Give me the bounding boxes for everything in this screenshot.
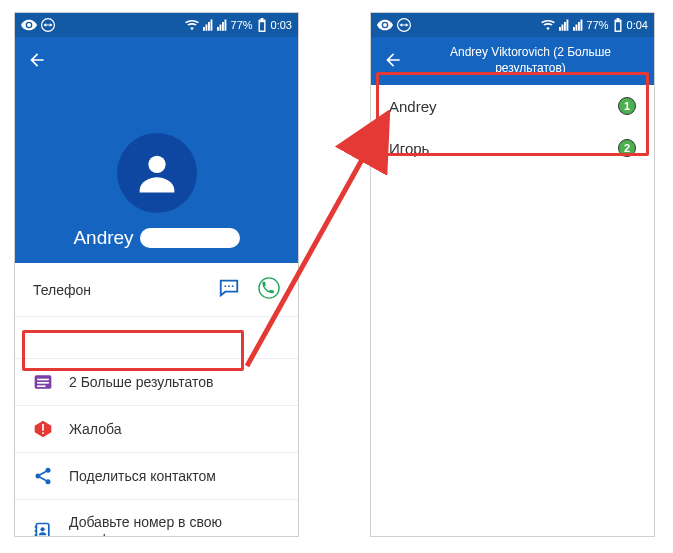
svg-rect-20 [35,535,38,537]
share-label: Поделиться контактом [69,468,280,484]
svg-point-13 [46,468,51,473]
person-icon [131,147,183,199]
signal-icon [573,19,583,31]
message-button[interactable] [218,277,240,302]
result-name: Игорь [389,140,429,157]
arrow-left-icon [383,50,403,70]
status-bar: 77% 0:03 [15,13,298,37]
eye-icon [21,19,37,31]
svg-rect-7 [37,379,49,381]
wifi-icon [541,19,555,31]
teamviewer-icon [41,18,55,32]
status-bar: 77% 0:04 [371,13,654,37]
svg-rect-19 [35,530,38,532]
contact-header: Andrey [15,85,298,263]
share-icon [33,466,53,486]
phone-label: Телефон [33,282,218,298]
eye-icon [377,19,393,31]
more-results-label: 2 Больше результатов [69,374,280,390]
svg-rect-12 [42,432,44,434]
spacer [15,317,298,359]
back-button[interactable] [27,50,47,73]
svg-point-2 [224,285,226,287]
svg-point-4 [232,285,234,287]
annotation-badge: 2 [618,139,636,157]
svg-rect-18 [35,526,38,528]
wifi-icon [185,19,199,31]
battery-percent: 77% [587,19,609,31]
phone-screenshot-right: 77% 0:04 Andrey Viktorovich (2 Больше ре… [370,12,655,537]
chat-icon [218,277,240,299]
svg-rect-11 [42,424,44,431]
annotation-badge: 1 [618,97,636,115]
battery-icon [257,18,267,32]
clock-time: 0:03 [271,19,292,31]
more-results-row[interactable]: 2 Больше результатов [15,359,298,406]
app-bar [15,37,298,85]
add-to-book-row[interactable]: Добавьте номер в свою телефонную книгу [15,500,298,537]
result-row[interactable]: Игорь 2 [371,127,654,169]
svg-point-14 [36,474,41,479]
share-row[interactable]: Поделиться контактом [15,453,298,500]
app-bar: Andrey Viktorovich (2 Больше результатов… [371,37,654,85]
signal-icon [217,19,227,31]
contact-name: Andrey [73,227,133,249]
alert-icon [33,419,53,439]
add-to-book-label: Добавьте номер в свою телефонную книгу [69,513,280,537]
complaint-row[interactable]: Жалоба [15,406,298,453]
phone-icon [258,277,280,299]
avatar [117,133,197,213]
call-button[interactable] [258,277,280,302]
back-button[interactable] [383,50,403,73]
result-name: Andrey [389,98,437,115]
redacted-surname [140,228,240,248]
svg-rect-8 [37,382,49,384]
svg-point-5 [259,278,279,298]
phone-screenshot-left: 77% 0:03 Andrey Телефон [14,12,299,537]
page-title: Andrey Viktorovich (2 Больше результатов… [419,45,642,76]
battery-percent: 77% [231,19,253,31]
svg-rect-9 [37,385,45,387]
arrow-left-icon [27,50,47,70]
complaint-label: Жалоба [69,421,280,437]
result-row[interactable]: Andrey 1 [371,85,654,127]
svg-point-15 [46,479,51,484]
phone-row[interactable]: Телефон [15,263,298,317]
svg-point-3 [228,285,230,287]
battery-icon [613,18,623,32]
clock-time: 0:04 [627,19,648,31]
teamviewer-icon [397,18,411,32]
svg-point-17 [41,527,45,531]
contacts-icon [33,521,53,537]
list-icon [33,372,53,392]
svg-point-1 [148,156,165,173]
signal-icon [203,19,213,31]
signal-icon [559,19,569,31]
